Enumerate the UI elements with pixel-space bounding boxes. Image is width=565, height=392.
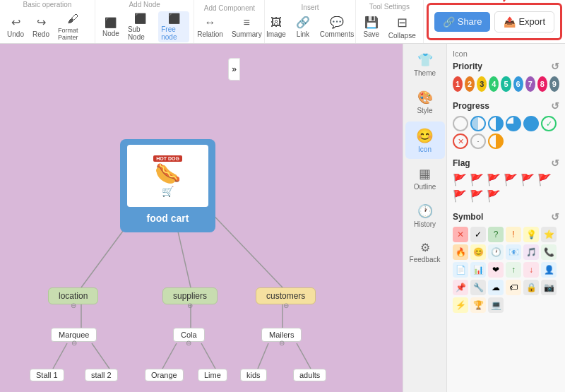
stall1-node[interactable]: Stall 1 xyxy=(30,369,64,381)
sym-mail[interactable]: 📧 xyxy=(506,244,521,260)
sym-camera[interactable]: 📷 xyxy=(541,280,557,295)
export-button[interactable]: 📤 Export xyxy=(494,11,554,32)
progress-x[interactable]: ✕ xyxy=(453,133,468,149)
progress-50[interactable] xyxy=(488,116,504,131)
comments-button[interactable]: 💬 Comments xyxy=(317,14,357,40)
progress-half[interactable] xyxy=(488,133,504,149)
sym-idea[interactable]: 💡 xyxy=(523,227,539,242)
canvas[interactable]: » xyxy=(0,44,403,392)
sym-cross[interactable]: ✕ xyxy=(453,227,468,242)
link-button[interactable]: 🔗 Link xyxy=(292,14,314,40)
sym-exclaim[interactable]: ! xyxy=(506,227,521,242)
sym-phone[interactable]: 📞 xyxy=(541,244,557,260)
progress-0[interactable] xyxy=(453,116,468,131)
sidebar-item-icon[interactable]: 😊 Icon xyxy=(405,121,445,159)
sym-computer[interactable]: 💻 xyxy=(488,297,504,313)
customers-node[interactable]: customers ⊖ xyxy=(256,287,316,304)
free-node-label: Free node xyxy=(161,25,186,41)
collapse-button[interactable]: ⊟ Collapse xyxy=(386,13,419,41)
priority-7[interactable]: 7 xyxy=(525,76,535,92)
sidebar-item-style[interactable]: 🎨 Style xyxy=(405,84,445,120)
sym-music[interactable]: 🎵 xyxy=(523,244,539,260)
share-export-group: 🔗 Share 📤 Export xyxy=(427,3,562,40)
flag-reset-button[interactable]: ↺ xyxy=(551,158,559,169)
kids-node[interactable]: kids xyxy=(240,369,267,381)
redo-icon: ↪ xyxy=(37,16,46,29)
sym-tool[interactable]: 🔧 xyxy=(470,280,486,295)
sym-person[interactable]: 👤 xyxy=(541,262,557,278)
undo-button[interactable]: ↩ Undo xyxy=(4,14,27,40)
sym-heart[interactable]: ❤ xyxy=(488,262,504,278)
image-button[interactable]: 🖼 Image xyxy=(263,15,289,40)
sym-flash[interactable]: ⚡ xyxy=(453,297,468,313)
suppliers-node[interactable]: suppliers ⊖ xyxy=(162,287,218,304)
sidebar-item-feedback[interactable]: ⚙ Feedback xyxy=(405,235,445,269)
flag-indigo[interactable]: 🚩 xyxy=(453,189,467,203)
marquee-node[interactable]: Marquee ⊖ xyxy=(51,328,97,342)
progress-reset-button[interactable]: ↺ xyxy=(551,100,559,112)
lime-node[interactable]: Lime xyxy=(198,369,227,381)
sym-graph[interactable]: 📊 xyxy=(470,262,486,278)
flag-purple[interactable]: 🚩 xyxy=(470,189,484,203)
sym-cloud[interactable]: ☁ xyxy=(488,280,504,295)
flag-teal[interactable]: 🚩 xyxy=(521,173,535,186)
priority-2[interactable]: 2 xyxy=(465,76,475,92)
sidebar-item-theme[interactable]: 👕 Theme xyxy=(405,47,445,83)
sym-clock[interactable]: 🕐 xyxy=(488,244,504,260)
collapse-sidebar-button[interactable]: » xyxy=(228,58,240,81)
priority-1[interactable]: 1 xyxy=(453,76,463,92)
share-button[interactable]: 🔗 Share xyxy=(434,12,491,32)
adults-node[interactable]: adults xyxy=(293,369,326,381)
progress-25[interactable] xyxy=(470,116,486,131)
progress-dot[interactable]: · xyxy=(470,133,486,149)
node-button[interactable]: ⬛ Node xyxy=(100,16,122,39)
priority-8[interactable]: 8 xyxy=(537,76,547,92)
cola-node[interactable]: Cola ⊖ xyxy=(173,328,205,342)
flag-pink[interactable]: 🚩 xyxy=(487,189,501,203)
sym-question[interactable]: ? xyxy=(488,227,504,242)
orange-node[interactable]: Orange xyxy=(145,369,184,381)
sidebar-item-history[interactable]: 🕐 History xyxy=(405,198,445,234)
relation-button[interactable]: ↔ Relation xyxy=(194,15,226,40)
save-button[interactable]: 💾 Save xyxy=(360,13,383,41)
symbol-reset-button[interactable]: ↺ xyxy=(551,211,559,222)
sym-pin[interactable]: 📌 xyxy=(453,280,468,295)
mailers-node[interactable]: Mailers ⊖ xyxy=(261,328,302,342)
flag-green[interactable]: 🚩 xyxy=(504,173,518,186)
sym-tag[interactable]: 🏷 xyxy=(506,280,521,295)
progress-check[interactable]: ✓ xyxy=(541,116,557,131)
priority-6[interactable]: 6 xyxy=(513,76,523,92)
sym-arrow-down[interactable]: ↓ xyxy=(523,262,539,278)
sym-trophy[interactable]: 🏆 xyxy=(470,297,486,313)
priority-4[interactable]: 4 xyxy=(489,76,499,92)
sym-check[interactable]: ✓ xyxy=(470,227,486,242)
flag-yellow[interactable]: 🚩 xyxy=(487,173,501,186)
image-label: Image xyxy=(266,30,286,38)
sub-node-button[interactable]: ⬛ Sub Node xyxy=(125,11,155,42)
flag-section: Flag ↺ 🚩 🚩 🚩 🚩 🚩 🚩 🚩 🚩 🚩 xyxy=(453,158,559,203)
priority-3[interactable]: 3 xyxy=(477,76,487,92)
outline-label: Outline xyxy=(414,183,436,191)
sym-lock[interactable]: 🔒 xyxy=(523,280,539,295)
sidebar-item-outline[interactable]: ▦ Outline xyxy=(405,160,445,196)
format-painter-button[interactable]: 🖌 Format Painter xyxy=(55,11,90,42)
free-node-button[interactable]: ⬛ Free node xyxy=(158,11,189,42)
sym-fire[interactable]: 🔥 xyxy=(453,244,468,260)
sym-smile[interactable]: 😊 xyxy=(470,244,486,260)
sym-star[interactable]: ⭐ xyxy=(541,227,557,242)
redo-button[interactable]: ↪ Redo xyxy=(30,14,52,40)
priority-9[interactable]: 9 xyxy=(549,76,559,92)
sym-doc[interactable]: 📄 xyxy=(453,262,468,278)
priority-reset-button[interactable]: ↺ xyxy=(551,61,559,72)
progress-100[interactable] xyxy=(523,116,539,131)
flag-blue[interactable]: 🚩 xyxy=(537,173,552,186)
location-node[interactable]: location ⊖ xyxy=(48,287,98,304)
sym-arrow-up[interactable]: ↑ xyxy=(506,262,521,278)
progress-75[interactable] xyxy=(506,116,521,131)
flag-orange[interactable]: 🚩 xyxy=(470,173,484,186)
central-node[interactable]: HOT DOG 🌭 🛒 food cart xyxy=(120,139,215,232)
priority-5[interactable]: 5 xyxy=(501,76,511,92)
summary-button[interactable]: ≡ Summary xyxy=(229,15,265,40)
stall2-node[interactable]: stall 2 xyxy=(85,369,118,381)
flag-red[interactable]: 🚩 xyxy=(453,173,467,186)
